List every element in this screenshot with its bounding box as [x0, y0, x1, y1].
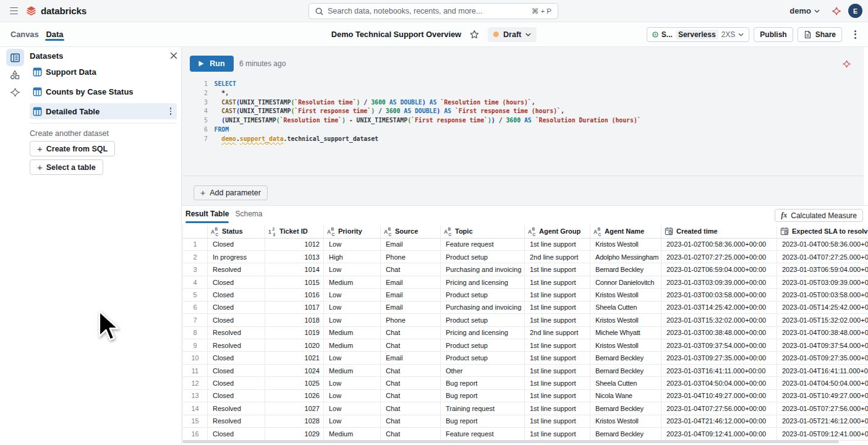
table-cell: 1019: [265, 326, 324, 339]
rail-datasets-icon[interactable]: [6, 49, 24, 66]
dataset-item[interactable]: Detailed Table: [30, 103, 177, 119]
close-panel-icon[interactable]: [169, 51, 179, 61]
table-cell: 1018: [265, 314, 324, 326]
table-row[interactable]: 11Closed1024MediumChatOther1st line supp…: [183, 364, 868, 376]
table-row[interactable]: 5Closed1016LowEmailProduct setup1st line…: [183, 289, 868, 301]
code-token: [215, 108, 222, 114]
column-header-status[interactable]: ABCStatus: [208, 225, 265, 238]
column-header-expected-sla-to-resolve[interactable]: Expected SLA to resolve: [777, 225, 868, 238]
result-table-container[interactable]: ABCStatus123Ticket IDABCPriorityABCSourc…: [182, 225, 868, 444]
table-cell: Email: [381, 301, 441, 313]
datasets-panel: Datasets Support DataCounts by Case Stat…: [30, 47, 181, 444]
table-row[interactable]: 1Closed1012LowEmailFeature request1st li…: [183, 238, 868, 250]
table-cell: Product setup: [441, 289, 525, 301]
column-header-source[interactable]: ABCSource: [381, 225, 441, 238]
table-cell: Bug report: [441, 377, 525, 389]
table-cell: Phone: [381, 250, 441, 263]
table-cell: Resolved: [208, 326, 265, 339]
user-avatar[interactable]: E: [848, 4, 862, 18]
share-label: Share: [815, 30, 836, 39]
code-token: /: [495, 117, 506, 124]
table-row[interactable]: 8Resolved1019MediumChatPricing and licen…: [183, 326, 868, 339]
table-row[interactable]: 6Closed1017LowEmailPurchasing and invoic…: [183, 301, 868, 313]
table-cell: Pricing and licensing: [441, 326, 525, 339]
tab-result-table[interactable]: Result Table: [185, 210, 229, 223]
table-cell: Resolved: [208, 339, 265, 352]
publish-status-dropdown[interactable]: Draft: [488, 27, 537, 42]
code-token: AS: [430, 99, 437, 106]
column-header-cell: ABCTopic: [444, 227, 521, 235]
table-cell: Sheela Cutten: [590, 301, 662, 313]
sql-editor[interactable]: Run 6 minutes ago 1SELECT2 *,3 CAST(UNIX…: [182, 47, 868, 176]
table-cell: Bernard Beckley: [590, 263, 662, 276]
column-header-cell: 123Ticket ID: [268, 227, 320, 235]
table-row[interactable]: 16Closed1029MediumChatFeature request1st…: [183, 428, 868, 440]
table-row[interactable]: 4Closed1015MediumEmailPricing and licens…: [183, 276, 868, 288]
table-cell: Closed: [208, 289, 265, 301]
dataset-item-label: Support Data: [46, 67, 177, 77]
create-from-sql-button[interactable]: +Create from SQL: [30, 141, 115, 156]
dataset-item-kebab[interactable]: [170, 108, 177, 115]
string-type-icon: ABC: [327, 227, 335, 235]
column-header-ticket-id[interactable]: 123Ticket ID: [265, 225, 324, 238]
databricks-logo[interactable]: databricks: [26, 6, 87, 16]
table-row[interactable]: 3Resolved1014LowChatPurchasing and invoi…: [183, 263, 868, 276]
table-row[interactable]: 12Closed1025LowChatBug report1st line su…: [183, 377, 868, 389]
select-a-table-button[interactable]: +Select a table: [30, 159, 103, 175]
table-cell: Bug report: [441, 389, 525, 402]
line-number: 3: [182, 98, 208, 108]
horizontal-scrollbar-thumb[interactable]: [182, 440, 839, 443]
dataset-item[interactable]: Counts by Case Status: [30, 83, 177, 100]
hamburger-menu-icon[interactable]: [10, 7, 18, 15]
column-header-agent-group[interactable]: ABCAgent Group: [525, 225, 590, 238]
results-tabs: Result Table Schema fx Calculated Measur…: [182, 206, 868, 225]
add-parameter-button[interactable]: +Add parameter: [194, 185, 268, 200]
table-row[interactable]: 10Closed1021LowEmailProduct setup1st lin…: [183, 352, 868, 364]
column-header-priority[interactable]: ABCPriority: [324, 225, 381, 238]
compute-selector[interactable]: S... Serverless 2XS: [647, 27, 749, 42]
table-cell: 1st line support: [525, 402, 590, 415]
sql-code[interactable]: 1SELECT2 *,3 CAST(UNIX_TIMESTAMP(`Resolu…: [182, 80, 868, 144]
table-cell: Low: [324, 289, 381, 301]
calculated-measure-button[interactable]: fx Calculated Measure: [775, 209, 863, 222]
table-cell: Medium: [324, 428, 381, 440]
code-token: `Resolution time`: [294, 99, 356, 106]
tab-data[interactable]: Data: [46, 22, 64, 46]
workspace-menu[interactable]: demo: [789, 6, 820, 15]
document-toolbar: Canvas Data Demo Technical Support Overv…: [0, 22, 868, 47]
rail-widgets-icon[interactable]: [6, 66, 24, 83]
table-cell: 2023-01-04T10:49:27.000+00:00: [662, 389, 777, 402]
table-cell: Bernard Beckley: [590, 364, 662, 376]
column-header-topic[interactable]: ABCTopic: [441, 225, 525, 238]
dataset-item-label: Counts by Case Status: [46, 87, 177, 96]
table-row[interactable]: 14Resolved1027LowChatTraining request1st…: [183, 402, 868, 415]
publish-button[interactable]: Publish: [754, 27, 793, 42]
global-search-input[interactable]: Search data, notebooks, recents, and mor…: [308, 3, 558, 19]
compute-type-badge: Serverless: [676, 30, 718, 40]
column-header-agent-name[interactable]: ABCAgent Name: [590, 225, 662, 238]
table-row[interactable]: 13Closed1026LowChatBug report1st line su…: [183, 389, 868, 402]
more-actions-kebab[interactable]: [849, 28, 861, 41]
horizontal-scrollbar[interactable]: [182, 440, 862, 444]
run-button[interactable]: Run: [190, 56, 234, 72]
vertical-scrollbar[interactable]: [863, 47, 868, 205]
table-row[interactable]: 2In progress1013HighPhoneProduct setup2n…: [183, 250, 868, 263]
column-header-created-time[interactable]: Created time: [662, 225, 777, 238]
assistant-sparkle-icon[interactable]: [832, 7, 841, 15]
table-row[interactable]: 9Resolved1020MediumChatProduct setup1st …: [183, 339, 868, 352]
table-cell: 2023-01-05T10:49:27.000+00:00: [777, 389, 868, 402]
table-cell: Adolpho Messingham: [590, 250, 662, 263]
dataset-item[interactable]: Support Data: [30, 64, 177, 80]
table-cell: 1st line support: [525, 339, 590, 352]
tab-canvas[interactable]: Canvas: [11, 22, 39, 46]
line-number: 6: [182, 125, 208, 135]
tab-schema[interactable]: Schema: [235, 210, 262, 223]
table-cell: Feature request: [441, 428, 525, 440]
share-button[interactable]: Share: [798, 27, 842, 42]
table-cell: Nicola Wane: [590, 389, 662, 402]
rail-sparkle-icon[interactable]: [6, 83, 24, 101]
table-row[interactable]: 7Closed1018LowPhoneProduct setup1st line…: [183, 314, 868, 326]
editor-assistant-sparkle-icon[interactable]: [843, 60, 851, 68]
table-row[interactable]: 15Resolved1028LowChatBug report1st line …: [183, 415, 868, 427]
favorite-star-icon[interactable]: [470, 30, 479, 39]
